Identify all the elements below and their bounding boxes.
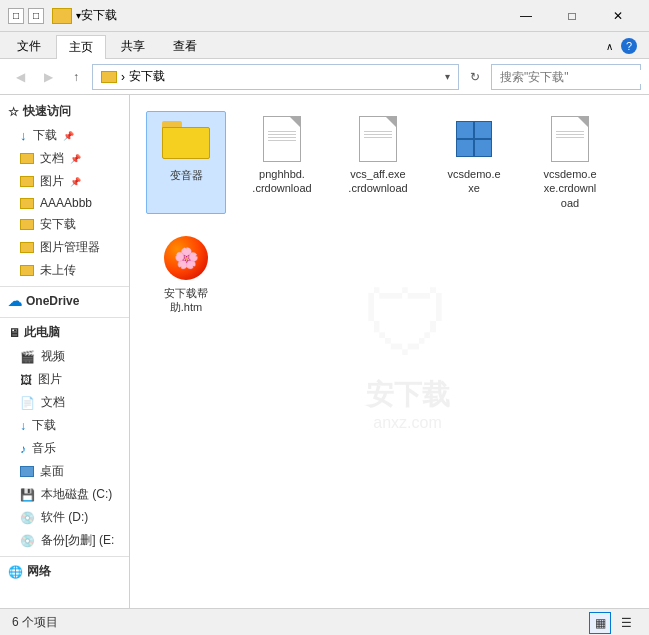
file-name-vcs-aff: vcs_aff.exe.crdownload <box>348 167 407 196</box>
folder-icon <box>20 198 34 209</box>
collapse-icon[interactable]: ∧ <box>606 41 613 52</box>
window-controls: — □ ✕ <box>503 0 641 32</box>
file-grid: 变音器 pnghhbd..crdownload <box>130 95 649 334</box>
status-count: 6 个项目 <box>12 614 58 631</box>
path-folder-icon <box>101 71 117 83</box>
this-pc-label: 此电脑 <box>24 324 60 341</box>
sidebar-item-not-uploaded[interactable]: 未上传 <box>0 259 129 282</box>
disk-e-icon: 💿 <box>20 534 35 548</box>
doc-line <box>556 134 584 135</box>
sidebar-item-label: 未上传 <box>40 262 76 279</box>
back-button[interactable]: ◀ <box>8 65 32 89</box>
list-view-button[interactable]: ☰ <box>615 612 637 634</box>
doc-line <box>364 131 392 132</box>
folder-icon <box>20 265 34 276</box>
tab-share[interactable]: 共享 <box>108 34 158 58</box>
path-label: 安下载 <box>129 68 165 85</box>
file-item-vcs-aff[interactable]: vcs_aff.exe.crdownload <box>338 111 418 214</box>
quick-access-label: 快速访问 <box>23 103 71 120</box>
file-doc-visual <box>359 116 397 162</box>
file-doc-visual <box>551 116 589 162</box>
sidebar-item-anxia[interactable]: 安下载 <box>0 213 129 236</box>
help-icon[interactable]: ? <box>621 38 637 54</box>
pin-icon: 📌 <box>70 177 81 187</box>
file-item-vcsdemo-crdownload[interactable]: vcsdemo.exe.crdownload <box>530 111 610 214</box>
sidebar-item-doc[interactable]: 📄 文档 <box>0 391 129 414</box>
main-layout: ☆ 快速访问 ↓ 下载 📌 文档 📌 图片 📌 AAAAbbb <box>0 95 649 608</box>
doc-lines <box>268 131 296 141</box>
sidebar-header-onedrive[interactable]: ☁ OneDrive <box>0 289 129 313</box>
download-icon: ↓ <box>20 128 27 143</box>
pictures-icon: 🖼 <box>20 373 32 387</box>
file-item-bianyinqi[interactable]: 变音器 <box>146 111 226 214</box>
address-bar: ◀ ▶ ↑ › 安下载 ▾ ↻ 🔍 <box>0 59 649 95</box>
sidebar-item-documents[interactable]: 文档 📌 <box>0 147 129 170</box>
doc-line <box>556 131 584 132</box>
htm-icon-help: 🌸 <box>162 234 210 282</box>
sidebar-item-backup-e[interactable]: 💿 备份[勿删] (E: <box>0 529 129 552</box>
folder-icon <box>20 176 34 187</box>
sidebar-item-desktop[interactable]: 桌面 <box>0 460 129 483</box>
doc-line <box>556 137 584 138</box>
file-item-help[interactable]: 🌸 安下载帮助.htm <box>146 230 226 319</box>
sidebar-item-picture-manager[interactable]: 图片管理器 <box>0 236 129 259</box>
sidebar-item-pictures-pin[interactable]: 图片 📌 <box>0 170 129 193</box>
sidebar-header-this-pc[interactable]: 🖥 此电脑 <box>0 320 129 345</box>
dl-icon: ↓ <box>20 419 26 433</box>
search-input[interactable] <box>500 70 649 84</box>
folder-body <box>162 127 210 159</box>
folder-icon <box>20 242 34 253</box>
minimize-button[interactable]: — <box>503 0 549 32</box>
address-path[interactable]: › 安下载 ▾ <box>92 64 459 90</box>
up-button[interactable]: ↑ <box>64 65 88 89</box>
sidebar-section-this-pc: 🖥 此电脑 🎬 视频 🖼 图片 📄 文档 ↓ 下载 ♪ 音乐 <box>0 320 129 552</box>
doc-icon-pnghhbd <box>258 115 306 163</box>
file-name-vcsdemo-crdownload: vcsdemo.exe.crdownload <box>543 167 596 210</box>
sidebar: ☆ 快速访问 ↓ 下载 📌 文档 📌 图片 📌 AAAAbbb <box>0 95 130 608</box>
exe-block-1 <box>456 121 474 139</box>
doc-icon: 📄 <box>20 396 35 410</box>
doc-line <box>364 134 392 135</box>
disk-c-icon: 💾 <box>20 488 35 502</box>
path-separator: › <box>121 70 125 84</box>
forward-button[interactable]: ▶ <box>36 65 60 89</box>
path-dropdown[interactable]: ▾ <box>445 71 450 82</box>
sidebar-item-pictures[interactable]: 🖼 图片 <box>0 368 129 391</box>
sidebar-item-music[interactable]: ♪ 音乐 <box>0 437 129 460</box>
sidebar-section-onedrive: ☁ OneDrive <box>0 289 129 313</box>
sidebar-item-label: 下载 <box>33 127 57 144</box>
sidebar-item-video[interactable]: 🎬 视频 <box>0 345 129 368</box>
sidebar-item-label: 文档 <box>41 394 65 411</box>
music-icon: ♪ <box>20 442 26 456</box>
divider-2 <box>0 317 129 318</box>
maximize-button[interactable]: □ <box>549 0 595 32</box>
sidebar-item-label: 音乐 <box>32 440 56 457</box>
exe-block-2 <box>474 121 492 139</box>
icon-view-button[interactable]: ▦ <box>589 612 611 634</box>
refresh-button[interactable]: ↻ <box>463 64 487 90</box>
sidebar-item-local-c[interactable]: 💾 本地磁盘 (C:) <box>0 483 129 506</box>
file-item-vcsdemo-exe[interactable]: vcsdemo.exe <box>434 111 514 214</box>
tab-file[interactable]: 文件 <box>4 34 54 58</box>
sidebar-item-soft-d[interactable]: 💿 软件 (D:) <box>0 506 129 529</box>
search-box[interactable]: 🔍 <box>491 64 641 90</box>
file-name-bianyinqi: 变音器 <box>170 168 203 182</box>
sidebar-item-aaaabbb[interactable]: AAAAbbb <box>0 193 129 213</box>
divider-3 <box>0 556 129 557</box>
sidebar-item-downloads[interactable]: ↓ 下载 📌 <box>0 124 129 147</box>
sidebar-item-label: 图片 <box>40 173 64 190</box>
sidebar-item-dl[interactable]: ↓ 下载 <box>0 414 129 437</box>
close-button[interactable]: ✕ <box>595 0 641 32</box>
sidebar-item-label: 下载 <box>32 417 56 434</box>
file-item-pnghhbd[interactable]: pnghhbd..crdownload <box>242 111 322 214</box>
file-doc-visual <box>263 116 301 162</box>
sidebar-item-label: 桌面 <box>40 463 64 480</box>
network-icon: 🌐 <box>8 565 23 579</box>
tab-home[interactable]: 主页 <box>56 35 106 59</box>
video-icon: 🎬 <box>20 350 35 364</box>
onedrive-icon: ☁ <box>8 293 22 309</box>
sidebar-header-network[interactable]: 🌐 网络 <box>0 559 129 584</box>
doc-line <box>268 140 296 141</box>
tab-view[interactable]: 查看 <box>160 34 210 58</box>
title-icon-2: □ <box>28 8 44 24</box>
